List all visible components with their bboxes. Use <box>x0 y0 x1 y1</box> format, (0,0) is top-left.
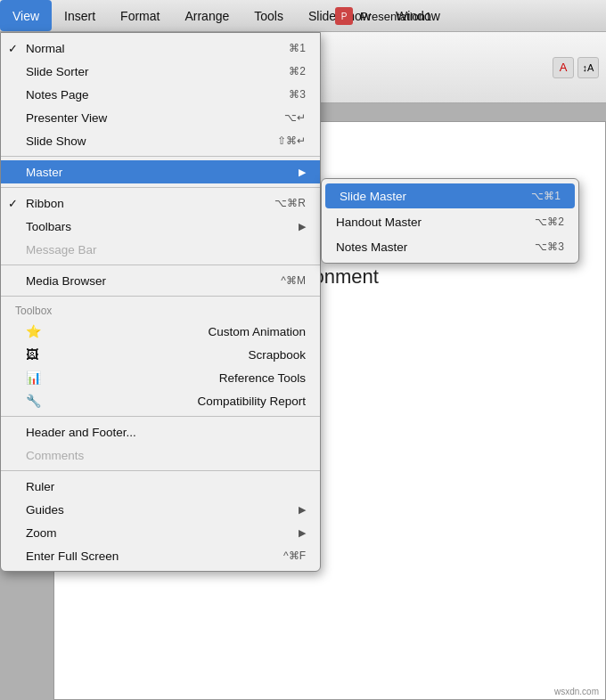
reference-tools-icon: 📊 <box>26 370 41 385</box>
zoom-arrow-icon: ▶ <box>299 527 306 539</box>
app-icon: P <box>335 7 353 25</box>
menu-item-guides[interactable]: Guides ▶ <box>1 498 320 521</box>
divider-6 <box>1 470 320 471</box>
menu-item-scrapbook[interactable]: 🖼 Scrapbook <box>1 343 320 366</box>
submenu-item-handout-master[interactable]: Handout Master ⌥⌘2 <box>322 209 578 234</box>
checkmark-icon: ✓ <box>8 42 18 55</box>
menu-item-ribbon[interactable]: ✓ Ribbon ⌥⌘R <box>1 191 320 215</box>
menu-item-slide-show[interactable]: Slide Show ⇧⌘↵ <box>1 129 320 152</box>
menu-insert[interactable]: Insert <box>52 0 108 31</box>
menu-item-toolbars[interactable]: Toolbars ▶ <box>1 215 320 238</box>
submenu-arrow-icon: ▶ <box>299 167 306 178</box>
toolbars-arrow-icon: ▶ <box>299 221 306 232</box>
text-direction-icon[interactable]: ↕A <box>577 57 599 78</box>
divider-3 <box>1 265 320 265</box>
section-toolbox: Toolbox <box>1 300 320 320</box>
submenu-item-slide-master[interactable]: Slide Master ⌥⌘1 <box>325 183 575 208</box>
menu-item-master[interactable]: Master ▶ <box>1 160 320 183</box>
divider-2 <box>1 187 320 188</box>
submenu-item-notes-master[interactable]: Notes Master ⌥⌘3 <box>322 234 578 259</box>
title-bar: P Presentation1 <box>321 0 606 32</box>
font-color-icon[interactable]: A <box>553 57 574 78</box>
watermark: wsxdn.com <box>554 687 599 696</box>
menu-item-normal[interactable]: ✓ Normal ⌘1 <box>1 37 320 60</box>
menu-view[interactable]: View <box>0 0 52 31</box>
menu-item-reference-tools[interactable]: 📊 Reference Tools <box>1 366 320 389</box>
divider-4 <box>1 296 320 297</box>
window-title: Presentation1 <box>360 10 431 23</box>
menu-item-notes-page[interactable]: Notes Page ⌘3 <box>1 83 320 106</box>
menu-item-ruler[interactable]: Ruler <box>1 475 320 498</box>
menu-arrange[interactable]: Arrange <box>172 0 242 31</box>
menu-item-compatibility-report[interactable]: 🔧 Compatibility Report <box>1 389 320 412</box>
menu-item-custom-animation[interactable]: ⭐ Custom Animation <box>1 320 320 343</box>
menu-item-header-footer[interactable]: Header and Footer... <box>1 420 320 444</box>
divider-1 <box>1 156 320 157</box>
menu-item-slide-sorter[interactable]: Slide Sorter ⌘2 <box>1 60 320 83</box>
menu-tools[interactable]: Tools <box>242 0 296 31</box>
guides-arrow-icon: ▶ <box>299 504 306 516</box>
checkmark-ribbon-icon: ✓ <box>8 197 18 210</box>
menu-format[interactable]: Format <box>108 0 172 31</box>
menu-bar: View Insert Format Arrange Tools Slide S… <box>0 0 606 32</box>
menu-item-zoom[interactable]: Zoom ▶ <box>1 521 320 544</box>
menu-item-fullscreen[interactable]: Enter Full Screen ^⌘F <box>1 544 320 567</box>
scrapbook-icon: 🖼 <box>26 347 38 362</box>
master-submenu[interactable]: Slide Master ⌥⌘1 Handout Master ⌥⌘2 Note… <box>321 178 579 264</box>
menu-item-message-bar: Message Bar <box>1 238 320 261</box>
compatibility-icon: 🔧 <box>26 394 41 408</box>
custom-animation-icon: ⭐ <box>26 324 41 338</box>
menu-item-media-browser[interactable]: Media Browser ^⌘M <box>1 269 320 292</box>
menu-item-presenter-view[interactable]: Presenter View ⌥↵ <box>1 106 320 129</box>
view-menu-dropdown[interactable]: ✓ Normal ⌘1 Slide Sorter ⌘2 Notes Page ⌘… <box>0 32 321 572</box>
menu-item-comments: Comments <box>1 444 320 467</box>
divider-5 <box>1 416 320 417</box>
